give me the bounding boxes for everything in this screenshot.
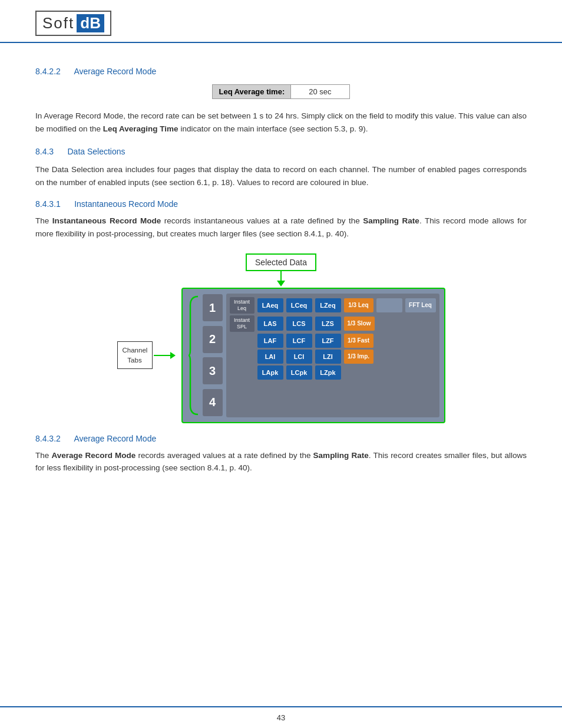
section-8431-title: Instantaneous Record Mode bbox=[74, 199, 178, 209]
brace-icon bbox=[187, 294, 199, 417]
leq-average-box: Leq Average time: 20 sec bbox=[35, 84, 527, 99]
para-average-record: The Average Record Mode records averaged… bbox=[35, 449, 527, 475]
btn-lcpk[interactable]: LCpk bbox=[286, 365, 312, 380]
data-row-2: InstantSPL LAS LCS LZS 1/3 Slow bbox=[230, 315, 436, 332]
section-843-heading: 8.4.3 Data Selections bbox=[35, 147, 527, 156]
btn-empty1 bbox=[376, 298, 402, 312]
btn-laeq[interactable]: LAeq bbox=[257, 298, 283, 312]
logo: Soft dB bbox=[35, 11, 111, 36]
btn-lcs[interactable]: LCS bbox=[286, 317, 312, 331]
btn-lzeq[interactable]: LZeq bbox=[315, 298, 341, 312]
leq-label: Leq Average time: bbox=[212, 84, 291, 99]
page-container: Soft dB 8.4.2.2 Average Record Mode Leq … bbox=[0, 0, 562, 728]
page-number: 43 bbox=[277, 713, 285, 722]
btn-13leq[interactable]: 1/3 Leq bbox=[344, 298, 373, 312]
section-8422-heading: 8.4.2.2 Average Record Mode bbox=[35, 67, 527, 76]
channel-2: 2 bbox=[203, 326, 223, 353]
section-8431-number: 8.4.3.1 bbox=[35, 199, 61, 209]
channel-tabs-label: ChannelTabs bbox=[117, 341, 153, 368]
btn-lzpk[interactable]: LZpk bbox=[315, 365, 341, 380]
section-8432-heading: 8.4.3.2 Average Record Mode bbox=[35, 434, 527, 443]
section-8431-heading: 8.4.3.1 Instantaneous Record Mode bbox=[35, 199, 527, 209]
section-8422-title: Average Record Mode bbox=[74, 67, 156, 76]
selected-data-label: Selected Data bbox=[246, 253, 316, 271]
diagram-container: Selected Data ChannelTabs bbox=[35, 252, 527, 423]
btn-lci[interactable]: LCI bbox=[286, 350, 312, 364]
para-average-mode: In Average Record Mode, the record rate … bbox=[35, 110, 527, 135]
section-843-title: Data Selections bbox=[67, 147, 125, 156]
data-row-3: LAF LCF LZF 1/3 Fast bbox=[257, 334, 436, 348]
instant-leq-label: InstantLeq bbox=[230, 297, 254, 314]
btn-lceq[interactable]: LCeq bbox=[286, 298, 312, 312]
data-row-1: InstantLeq LAeq LCeq LZeq 1/3 Leq FFT Le… bbox=[230, 297, 436, 314]
logo-db: dB bbox=[77, 14, 104, 32]
section-8432-title: Average Record Mode bbox=[74, 434, 156, 443]
section-8422-number: 8.4.2.2 bbox=[35, 67, 61, 76]
data-panel: InstantLeq LAeq LCeq LZeq 1/3 Leq FFT Le… bbox=[226, 294, 439, 417]
section-843-number: 8.4.3 bbox=[35, 147, 54, 156]
para-instantaneous: The Instantaneous Record Mode records in… bbox=[35, 215, 527, 240]
btn-lai[interactable]: LAI bbox=[257, 350, 283, 364]
data-row-4: LAI LCI LZI 1/3 Imp. bbox=[257, 350, 436, 364]
btn-13imp[interactable]: 1/3 Imp. bbox=[344, 350, 373, 364]
btn-lzi[interactable]: LZI bbox=[315, 350, 341, 364]
para-data-selections: The Data Selection area includes four pa… bbox=[35, 163, 527, 189]
btn-13fast[interactable]: 1/3 Fast bbox=[344, 334, 373, 348]
instant-spl-label: InstantSPL bbox=[230, 315, 254, 332]
data-row-5: LApk LCpk LZpk bbox=[257, 365, 436, 380]
btn-las[interactable]: LAS bbox=[257, 317, 283, 331]
btn-fftleq[interactable]: FFT Leq bbox=[405, 298, 436, 312]
channel-3: 3 bbox=[203, 357, 223, 384]
header: Soft dB bbox=[0, 0, 562, 43]
btn-lzf[interactable]: LZF bbox=[315, 334, 341, 348]
channel-4: 4 bbox=[203, 389, 223, 416]
content: 8.4.2.2 Average Record Mode Leq Average … bbox=[0, 43, 562, 706]
btn-lzs[interactable]: LZS bbox=[315, 317, 341, 331]
logo-soft: Soft bbox=[42, 14, 74, 32]
data-grid-panel: 1 2 3 4 InstantLeq LAeq L bbox=[181, 288, 445, 423]
btn-lcf[interactable]: LCF bbox=[286, 334, 312, 348]
section-8432-number: 8.4.3.2 bbox=[35, 434, 61, 443]
leq-value: 20 sec bbox=[291, 84, 349, 99]
footer: 43 bbox=[0, 706, 562, 728]
channel-1: 1 bbox=[203, 294, 223, 321]
btn-13slow[interactable]: 1/3 Slow bbox=[344, 317, 375, 331]
btn-lapk[interactable]: LApk bbox=[257, 365, 283, 380]
btn-laf[interactable]: LAF bbox=[257, 334, 283, 348]
